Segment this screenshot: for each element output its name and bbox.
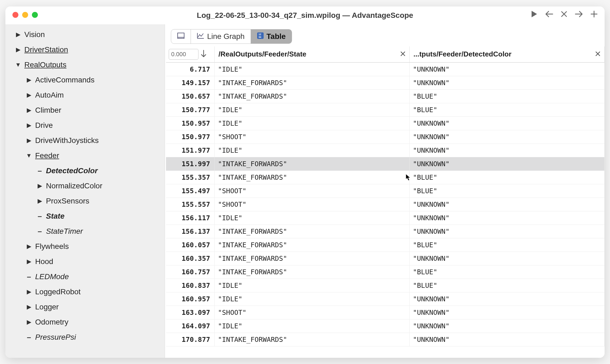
tree-item-hood[interactable]: ▶Hood: [5, 254, 165, 269]
table-row[interactable]: 156.137"INTAKE_FORWARDS""UNKNOWN": [166, 225, 605, 238]
tree-item-ledmode[interactable]: –LEDMode: [5, 269, 165, 284]
time-input[interactable]: [169, 49, 198, 60]
back-button[interactable]: [545, 11, 553, 18]
play-button[interactable]: [531, 10, 538, 18]
column-header-1[interactable]: ...tputs/Feeder/DetectedColor: [410, 46, 605, 62]
tree-label: Odometry: [35, 318, 68, 326]
close-tab-button[interactable]: [561, 11, 567, 17]
tree-item-drive[interactable]: ▶Drive: [5, 118, 165, 133]
tree-label: AutoAim: [35, 91, 64, 99]
cell-value: "IDLE": [215, 319, 410, 333]
tree-item-climber[interactable]: ▶Climber: [5, 103, 165, 118]
table-row[interactable]: 170.877"INTAKE_FORWARDS""UNKNOWN": [166, 333, 605, 346]
cell-value: "INTAKE_FORWARDS": [215, 333, 410, 346]
tab-odometry[interactable]: [171, 29, 191, 44]
cell-time: 6.717: [166, 63, 215, 76]
table-row[interactable]: 160.957"IDLE""UNKNOWN": [166, 292, 605, 306]
tree-item-activecommands[interactable]: ▶ActiveCommands: [5, 72, 165, 88]
tree-item-odometry[interactable]: ▶Odometry: [5, 315, 165, 330]
table-row[interactable]: 160.837"IDLE""BLUE": [166, 279, 605, 292]
sidebar[interactable]: ▶Vision▶DriverStation▼RealOutputs▶Active…: [5, 24, 165, 358]
close-window-button[interactable]: [12, 12, 18, 18]
table-row[interactable]: 150.977"SHOOT""UNKNOWN": [166, 130, 605, 144]
tree-item-realoutputs[interactable]: ▼RealOutputs: [5, 57, 165, 72]
table-row[interactable]: 150.777"IDLE""BLUE": [166, 103, 605, 117]
tree-item-vision[interactable]: ▶Vision: [5, 27, 165, 42]
table-row[interactable]: 155.497"SHOOT""BLUE": [166, 184, 605, 198]
tree-label: NormalizedColor: [46, 182, 102, 190]
table-row[interactable]: 151.997"INTAKE_FORWARDS""UNKNOWN": [166, 157, 605, 171]
tree-item-state[interactable]: –State: [5, 209, 165, 224]
table-row[interactable]: 155.357"INTAKE_FORWARDS""BLUE": [166, 171, 605, 184]
cell-value: "UNKNOWN": [410, 333, 605, 346]
tree-label: DetectedColor: [46, 166, 98, 175]
cell-value: "UNKNOWN": [410, 292, 605, 306]
arrow-down-icon: [201, 50, 207, 58]
tab-group: Line Graph1234Table: [171, 29, 292, 44]
cell-value: "INTAKE_FORWARDS": [215, 265, 410, 279]
table-row[interactable]: 156.117"IDLE""UNKNOWN": [166, 211, 605, 225]
zoom-window-button[interactable]: [32, 12, 38, 18]
window-title: Log_22-06-25_13-00-34_q27_sim.wpilog — A…: [197, 11, 413, 20]
column-headers: /RealOutputs/Feeder/State...tputs/Feeder…: [215, 46, 605, 62]
tree-label: Flywheels: [35, 242, 69, 251]
table-body[interactable]: 6.717"IDLE""UNKNOWN"149.157"INTAKE_FORWA…: [166, 63, 605, 346]
table-row[interactable]: 155.557"SHOOT""UNKNOWN": [166, 198, 605, 211]
cell-value: "SHOOT": [215, 184, 410, 198]
table-row[interactable]: 149.157"INTAKE_FORWARDS""UNKNOWN": [166, 76, 605, 90]
table-row[interactable]: 164.097"IDLE""UNKNOWN": [166, 319, 605, 333]
disclosure-closed-icon: ▶: [36, 198, 43, 205]
remove-column-button[interactable]: [400, 50, 406, 58]
column-header-label: /RealOutputs/Feeder/State: [218, 50, 398, 58]
table-row[interactable]: 151.977"IDLE""UNKNOWN": [166, 144, 605, 157]
tree-label: DriverStation: [24, 45, 68, 54]
tree-item-loggedrobot[interactable]: ▶LoggedRobot: [5, 284, 165, 299]
title-actions: [531, 10, 598, 18]
table-row[interactable]: 150.657"INTAKE_FORWARDS""BLUE": [166, 90, 605, 103]
forward-button[interactable]: [575, 11, 583, 18]
tab-linegraph[interactable]: Line Graph: [191, 29, 251, 44]
tree-label: Drive: [35, 121, 53, 130]
tree-item-driverstation[interactable]: ▶DriverStation: [5, 42, 165, 57]
arrow-left-icon: [545, 11, 553, 18]
leaf-marker-icon: –: [25, 272, 32, 281]
tree-item-detectedcolor[interactable]: –DetectedColor: [5, 163, 165, 178]
tab-label: Line Graph: [207, 32, 245, 41]
leaf-marker-icon: –: [36, 166, 43, 175]
table-row[interactable]: 150.957"IDLE""UNKNOWN": [166, 117, 605, 130]
tree-item-logger[interactable]: ▶Logger: [5, 299, 165, 315]
minimize-window-button[interactable]: [22, 12, 28, 18]
tree-item-drivewithjoysticks[interactable]: ▶DriveWithJoysticks: [5, 133, 165, 148]
cell-value: "UNKNOWN": [410, 130, 605, 143]
tree-label: RealOutputs: [24, 61, 67, 69]
cell-time: 160.057: [166, 238, 215, 252]
table-row[interactable]: 160.357"INTAKE_FORWARDS""UNKNOWN": [166, 252, 605, 265]
disclosure-closed-icon: ▶: [25, 243, 32, 250]
jump-to-time-button[interactable]: [201, 50, 207, 59]
remove-column-button[interactable]: [595, 50, 601, 58]
table-row[interactable]: 6.717"IDLE""UNKNOWN": [166, 63, 605, 76]
column-header-0[interactable]: /RealOutputs/Feeder/State: [215, 46, 410, 62]
tree-item-pressurepsi[interactable]: –PressurePsi: [5, 330, 165, 345]
table-row[interactable]: 160.057"INTAKE_FORWARDS""BLUE": [166, 238, 605, 252]
disclosure-closed-icon: ▶: [25, 258, 32, 265]
tree-item-proxsensors[interactable]: ▶ProxSensors: [5, 193, 165, 209]
cell-time: 156.117: [166, 211, 215, 225]
cell-time: 155.557: [166, 198, 215, 211]
tree-item-feeder[interactable]: ▼Feeder: [5, 148, 165, 163]
add-tab-button[interactable]: [591, 11, 598, 18]
tree-label: Logger: [35, 303, 59, 311]
table-row[interactable]: 160.757"INTAKE_FORWARDS""BLUE": [166, 265, 605, 279]
tree-item-statetimer[interactable]: –StateTimer: [5, 224, 165, 239]
cell-time: 150.657: [166, 90, 215, 103]
tree-item-autoaim[interactable]: ▶AutoAim: [5, 88, 165, 103]
tree-item-flywheels[interactable]: ▶Flywheels: [5, 239, 165, 254]
table-row[interactable]: 163.097"SHOOT""UNKNOWN": [166, 306, 605, 319]
line-graph-icon: [197, 32, 204, 41]
cell-value: "BLUE": [410, 103, 605, 116]
odometry-icon: [177, 32, 185, 41]
tree-label: ProxSensors: [46, 197, 89, 205]
tree-item-normalizedcolor[interactable]: ▶NormalizedColor: [5, 178, 165, 193]
tab-table[interactable]: 1234Table: [251, 29, 292, 44]
cell-value: "UNKNOWN": [410, 157, 605, 171]
